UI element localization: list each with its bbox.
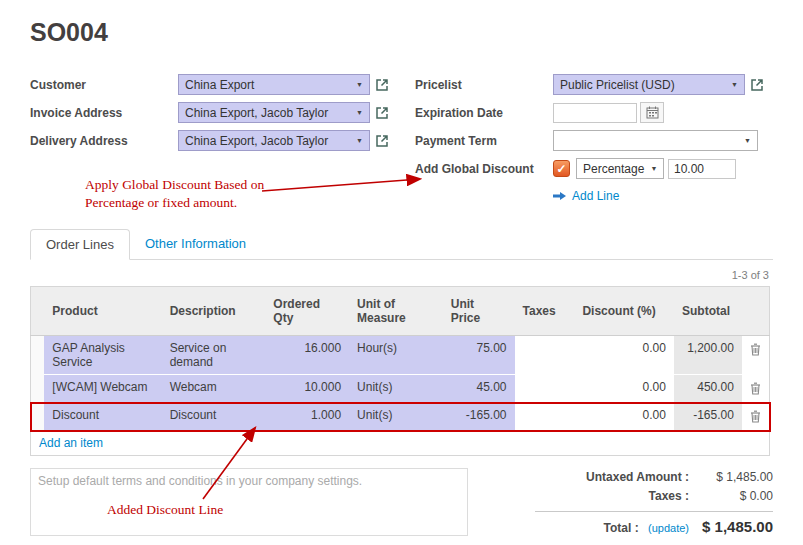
pricelist-external-link-icon[interactable] [750,78,764,92]
customer-external-link-icon[interactable] [375,78,389,92]
add-item-row: Add an item [31,431,770,456]
cell-unit-price[interactable]: 75.00 [443,336,515,375]
pricelist-select[interactable]: Public Pricelist (USD) ▼ [553,74,745,95]
header-handle [31,287,45,336]
row-handle [31,375,45,403]
pricelist-field-row: Pricelist Public Pricelist (USD) ▼ [415,73,773,96]
payment-term-select[interactable]: ▼ [553,130,758,151]
pricelist-value: Public Pricelist (USD) [560,78,675,92]
table-row[interactable]: GAP Analysis Service Service on demand 1… [31,336,770,375]
cell-unit-price[interactable]: 45.00 [443,375,515,403]
annotation-global-discount: Apply Global Discount Based on Percentag… [85,176,264,211]
total-row: Total : (update) $ 1,485.00 [535,518,773,535]
untaxed-amount-value: $ 1,485.00 [689,470,773,484]
header-description: Description [162,287,266,336]
cell-qty[interactable]: 1.000 [265,403,349,431]
cell-taxes[interactable] [515,375,575,403]
cell-product[interactable]: Discount [44,403,161,431]
invoice-address-external-link-icon[interactable] [375,106,389,120]
form-right-column: Pricelist Public Pricelist (USD) ▼ Expir… [415,73,773,203]
cell-taxes[interactable] [515,403,575,431]
calendar-icon[interactable] [640,102,664,123]
header-unit-price: Unit Price [443,287,515,336]
taxes-row: Taxes : $ 0.00 [535,489,773,503]
table-row-discount[interactable]: Discount Discount 1.000 Unit(s) -165.00 … [31,403,770,431]
trash-icon[interactable] [750,412,761,426]
trash-icon[interactable] [750,384,761,398]
table-row[interactable]: [WCAM] Webcam Webcam 10.000 Unit(s) 45.0… [31,375,770,403]
right-arrow-icon [553,191,567,201]
pricelist-label: Pricelist [415,78,553,92]
cell-subtotal: -165.00 [674,403,742,431]
customer-field-row: Customer China Export ▼ [30,73,415,96]
chevron-down-icon: ▼ [350,137,363,144]
tab-order-lines[interactable]: Order Lines [30,229,130,260]
cell-qty[interactable]: 16.000 [265,336,349,375]
discount-amount-input[interactable] [668,159,736,179]
header-unit-of-measure: Unit of Measure [349,287,443,336]
totals-panel: Untaxed Amount : $ 1,485.00 Taxes : $ 0.… [535,468,773,540]
page-title: SO004 [0,0,803,47]
check-icon: ✓ [556,162,566,176]
header-subtotal: Subtotal [674,287,742,336]
pager: 1-3 of 3 [0,260,803,286]
cell-taxes[interactable] [515,336,575,375]
cell-product[interactable]: GAP Analysis Service [44,336,161,375]
payment-term-field-row: Payment Term ▼ [415,129,773,152]
add-an-item-link[interactable]: Add an item [39,436,103,450]
invoice-address-select[interactable]: China Export, Jacob Taylor ▼ [178,102,370,123]
global-discount-field-row: Add Global Discount ✓ Percentage ▼ [415,157,773,180]
trash-icon[interactable] [750,345,761,359]
global-discount-checkbox[interactable]: ✓ [553,160,570,177]
expiration-date-label: Expiration Date [415,106,553,120]
customer-select[interactable]: China Export ▼ [178,74,370,95]
untaxed-amount-label: Untaxed Amount : [535,470,689,484]
row-handle [31,403,45,431]
untaxed-amount-row: Untaxed Amount : $ 1,485.00 [535,470,773,484]
cell-description[interactable]: Discount [162,403,266,431]
cell-discount[interactable]: 0.00 [574,336,674,375]
payment-term-label: Payment Term [415,134,553,148]
cell-qty[interactable]: 10.000 [265,375,349,403]
notebook-tabs: Order Lines Other Information [30,229,773,260]
cell-product[interactable]: [WCAM] Webcam [44,375,161,403]
cell-description[interactable]: Webcam [162,375,266,403]
table-header-row: Product Description Ordered Qty Unit of … [31,287,770,336]
customer-value: China Export [185,78,254,92]
total-label: Total : [604,521,639,535]
expiration-date-input[interactable] [553,103,637,123]
chevron-down-icon: ▼ [738,137,751,144]
discount-type-select[interactable]: Percentage ▼ [576,158,664,179]
customer-label: Customer [30,78,178,92]
delivery-address-label: Delivery Address [30,134,178,148]
invoice-address-label: Invoice Address [30,106,178,120]
cell-discount[interactable]: 0.00 [574,375,674,403]
chevron-down-icon: ▼ [350,109,363,116]
add-line-link[interactable]: Add Line [553,189,773,203]
header-product: Product [44,287,161,336]
header-discount: Discount (%) [574,287,674,336]
cell-subtotal: 450.00 [674,375,742,403]
tab-other-information[interactable]: Other Information [130,229,261,260]
cell-uom[interactable]: Unit(s) [349,375,443,403]
delivery-address-field-row: Delivery Address China Export, Jacob Tay… [30,129,415,152]
invoice-address-field-row: Invoice Address China Export, Jacob Tayl… [30,101,415,124]
cell-actions [742,403,770,431]
update-link[interactable]: (update) [648,522,689,534]
totals-divider [535,511,773,512]
delivery-address-select[interactable]: China Export, Jacob Taylor ▼ [178,130,370,151]
terms-textarea[interactable] [30,468,468,536]
bottom-section: Untaxed Amount : $ 1,485.00 Taxes : $ 0.… [0,456,803,540]
delivery-address-external-link-icon[interactable] [375,134,389,148]
header-taxes: Taxes [515,287,575,336]
cell-discount[interactable]: 0.00 [574,403,674,431]
cell-description[interactable]: Service on demand [162,336,266,375]
cell-uom[interactable]: Unit(s) [349,403,443,431]
cell-unit-price[interactable]: -165.00 [443,403,515,431]
expiration-date-field-row: Expiration Date [415,101,773,124]
cell-actions [742,375,770,403]
row-handle [31,336,45,375]
chevron-down-icon: ▼ [644,165,657,172]
cell-uom[interactable]: Hour(s) [349,336,443,375]
annotation-discount-line: Added Discount Line [107,501,223,519]
